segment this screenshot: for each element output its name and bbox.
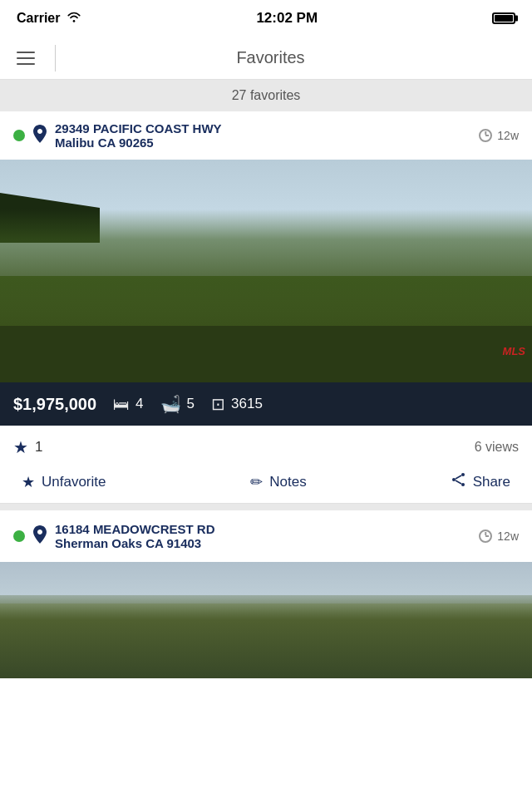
battery-fill <box>495 15 513 22</box>
listing-time-2: 12w <box>479 530 519 543</box>
status-bar-left: Carrier <box>17 11 81 26</box>
address-line-1: 29349 PACIFIC COAST HWY <box>55 121 470 135</box>
property-image[interactable]: MLS $1,975,000 🛏 4 🛁 5 ⊡ 3615 <box>0 160 532 426</box>
listing-time: 12w <box>479 129 519 142</box>
location-pin-icon-2 <box>33 525 47 548</box>
nav-bar: Favorites <box>0 37 532 80</box>
nav-divider <box>55 45 56 71</box>
sqft-detail: ⊡ 3615 <box>211 394 263 414</box>
second-trees <box>0 595 532 678</box>
section-divider <box>0 504 532 510</box>
beds-detail: 🛏 4 <box>113 395 143 414</box>
active-status-dot-2 <box>13 530 25 542</box>
star-count: ★ 1 <box>13 437 42 457</box>
baths-count: 5 <box>187 396 195 412</box>
views-row: ★ 1 6 views <box>13 437 519 457</box>
clock-icon-2 <box>479 530 492 543</box>
hamburger-line-3 <box>17 63 35 65</box>
sqft-count: 3615 <box>231 396 263 412</box>
listing-address[interactable]: 29349 PACIFIC COAST HWY Malibu CA 90265 <box>55 121 470 150</box>
svg-point-1 <box>461 483 465 486</box>
share-button[interactable]: Share <box>451 472 510 491</box>
price-label: $1,975,000 <box>13 395 96 414</box>
location-pin-icon <box>33 125 47 147</box>
carrier-label: Carrier <box>17 11 60 26</box>
active-status-dot <box>13 130 25 141</box>
unfavorite-label: Unfavorite <box>42 474 106 490</box>
listing-header-2: 16184 MEADOWCREST RD Sherman Oaks CA 914… <box>0 510 532 562</box>
status-bar: Carrier 12:02 PM <box>0 0 532 37</box>
bed-icon: 🛏 <box>113 395 130 414</box>
svg-point-2 <box>452 478 456 481</box>
status-bar-right <box>492 12 515 24</box>
svg-line-4 <box>456 480 461 484</box>
status-bar-time: 12:02 PM <box>256 10 318 27</box>
beds-count: 4 <box>135 396 143 412</box>
unfavorite-star-icon: ★ <box>22 473 35 491</box>
notes-pencil-icon: ✏ <box>250 473 263 491</box>
listing-item-2: 16184 MEADOWCREST RD Sherman Oaks CA 914… <box>0 510 532 678</box>
address-line-1-2: 16184 MEADOWCREST RD <box>55 522 470 536</box>
notes-button[interactable]: ✏ Notes <box>250 473 306 491</box>
address-line-2-2: Sherman Oaks CA 91403 <box>55 536 470 550</box>
wifi-icon <box>66 11 81 26</box>
mls-badge: MLS <box>503 345 525 357</box>
bath-icon: 🛁 <box>160 394 181 414</box>
favorites-count-bar: 27 favorites <box>0 80 532 111</box>
baths-detail: 🛁 5 <box>160 394 195 414</box>
price-overlay: $1,975,000 🛏 4 🛁 5 ⊡ 3615 <box>0 382 532 426</box>
address-line-2: Malibu CA 90265 <box>55 135 470 150</box>
listing-actions: ★ 1 6 views ★ Unfavorite ✏ Notes <box>0 426 532 504</box>
listing-item: 29349 PACIFIC COAST HWY Malibu CA 90265 … <box>0 111 532 504</box>
sqft-icon: ⊡ <box>211 394 225 414</box>
favorite-count: 1 <box>35 439 42 456</box>
clock-icon <box>479 129 492 142</box>
svg-point-0 <box>461 473 465 476</box>
time-ago-label-2: 12w <box>497 530 519 543</box>
share-label: Share <box>473 474 510 490</box>
favorites-count-label: 27 favorites <box>232 88 301 102</box>
notes-label: Notes <box>269 474 306 490</box>
star-filled-icon: ★ <box>13 437 28 457</box>
listing-address-2[interactable]: 16184 MEADOWCREST RD Sherman Oaks CA 914… <box>55 522 470 550</box>
listing-header: 29349 PACIFIC COAST HWY Malibu CA 90265 … <box>0 111 532 160</box>
hamburger-line-1 <box>17 52 35 53</box>
property-image-2[interactable] <box>0 562 532 678</box>
battery-icon <box>492 12 515 24</box>
hamburger-menu-button[interactable] <box>13 48 38 68</box>
hamburger-line-2 <box>17 57 35 59</box>
svg-line-3 <box>456 475 461 479</box>
page-title: Favorites <box>72 48 469 67</box>
unfavorite-button[interactable]: ★ Unfavorite <box>22 473 106 491</box>
time-ago-label: 12w <box>497 129 519 142</box>
share-icon <box>451 472 466 491</box>
action-buttons-row: ★ Unfavorite ✏ Notes Share <box>13 472 519 491</box>
views-count: 6 views <box>475 440 519 455</box>
